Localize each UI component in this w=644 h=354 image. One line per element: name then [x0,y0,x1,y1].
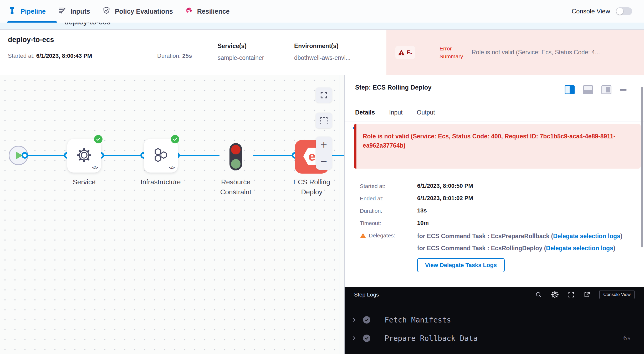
detail-value: 13s [417,207,427,214]
warning-triangle-icon [360,233,366,238]
tab-label: Policy Evaluations [115,8,173,15]
detail-label: Started at: [360,183,417,189]
zoom-in-button[interactable]: + [316,137,332,153]
delegate-selection-logs-link[interactable]: Delegate selection logs [546,245,613,252]
log-fullscreen-icon[interactable] [568,291,575,298]
step-logs-body: Fetch Manifests Prepare Rollback Data 6s [345,302,644,347]
chevron-right-icon[interactable] [351,317,357,322]
warning-triangle-icon [398,49,405,56]
environments-label: Environment(s) [294,43,351,50]
layout-floating-panel-button[interactable] [601,85,611,94]
tab-label: Inputs [70,8,90,15]
error-summary-label: Error Summary [439,45,472,60]
layout-right-panel-button[interactable] [565,85,575,94]
tab-input[interactable]: Input [389,109,402,122]
layout-bottom-panel-button[interactable] [583,85,593,94]
tab-output[interactable]: Output [417,109,435,122]
started-value: 6/1/2023, 8:00:43 PM [36,53,92,59]
detail-label: Ended at: [360,195,417,202]
tab-resilience[interactable]: Resilience [185,7,230,16]
delegate-task-text: for ECS Command Task : EcsRollingDeploy … [417,245,546,252]
canvas-marquee-select-button[interactable] [316,113,332,128]
svg-text:e: e [308,149,315,163]
step-logs-header: Step Logs [345,287,644,302]
step-logs-title: Step Logs [354,291,379,298]
canvas-fullscreen-button[interactable] [316,87,332,103]
active-tab-indicator [7,21,57,23]
panel-scrollbar-thumb[interactable] [641,87,643,247]
node-infrastructure[interactable]: </> [144,139,178,173]
started-at: Started at: 6/1/2023, 8:00:43 PM [8,53,92,59]
detail-value: 6/1/2023, 8:01:02 PM [417,195,473,202]
environments-value[interactable]: dbothwell-aws-envi... [294,54,351,61]
duration: Duration: 25s [157,53,192,59]
code-icon: </> [169,165,175,170]
log-search-icon[interactable] [535,291,542,298]
console-view-label: Console View [572,8,610,15]
log-success-check-icon [363,335,370,342]
toggle-knob [616,8,623,15]
detail-value: 10m [417,220,429,226]
topbar-right: Console View [572,7,632,15]
delegate-task-text: ) [613,245,615,252]
node-service[interactable]: </> [67,139,101,173]
services-value[interactable]: sample-container [218,54,264,61]
pipeline-icon [8,6,16,16]
pipeline-canvas[interactable]: </> </> e [0,75,344,354]
detail-label: Timeout: [360,220,417,226]
tab-details[interactable]: Details [355,109,375,122]
detail-row-duration: Duration: 13s [360,207,633,214]
tab-pipeline[interactable]: Pipeline [8,6,46,16]
step-logs-section: Step Logs [345,287,644,354]
pipeline-name: deploy-to-ecs [8,36,54,44]
run-header: deploy-to-ecs Started at: 6/1/2023, 8:00… [0,30,644,75]
open-in-new-tab-icon[interactable] [584,291,590,298]
clipped-pipeline-name: deploy-to-ecs [64,23,111,26]
success-check-badge [171,135,179,143]
marquee-select-icon [320,117,328,124]
step-logs-actions: Console View [535,290,635,299]
log-row-prepare-rollback-data[interactable]: Prepare Rollback Data 6s [345,329,644,347]
delegate-entry: for ECS Command Task : EcsPrepareRollbac… [417,232,622,240]
panel-layout-controls [565,85,627,94]
failed-status-badge: F.. [395,46,415,59]
hexagons-icon [153,147,169,164]
tab-label: Pipeline [21,8,46,15]
delegates-value: for ECS Command Task : EcsPrepareRollbac… [417,232,622,272]
delegate-selection-logs-link[interactable]: Delegate selection logs [553,233,620,240]
detail-row-timeout: Timeout: 10m [360,220,633,226]
log-settings-gear-icon[interactable] [551,291,559,299]
step-error-message: Role is not valid (Service: Ecs, Status … [354,124,641,169]
tab-inputs[interactable]: Inputs [58,6,90,16]
chevron-right-icon[interactable] [351,336,357,341]
view-delegate-tasks-logs-button[interactable]: View Delegate Tasks Logs [417,258,505,272]
delegate-entry: for ECS Command Task : EcsRollingDeploy … [417,244,622,252]
log-step-duration: 6s [623,335,631,342]
detail-row-ended: Ended at: 6/1/2023, 8:01:02 PM [360,195,633,202]
started-label: Started at: [8,53,35,59]
step-details-list: Started at: 6/1/2023, 8:00:50 PM Ended a… [360,183,633,278]
log-step-name: Fetch Manifests [385,316,451,324]
log-row-fetch-manifests[interactable]: Fetch Manifests [345,311,644,329]
detail-label: Delegates: [369,232,395,239]
minimize-panel-button[interactable] [620,89,627,91]
success-check-badge [94,135,103,143]
traffic-light-red [231,145,241,154]
inputs-icon [58,6,66,16]
code-icon: </> [92,165,98,170]
console-view-toggle[interactable] [616,7,632,15]
duration-label: Duration: [157,53,181,59]
tab-policy-evaluations[interactable]: Policy Evaluations [102,6,173,16]
delegate-task-text: ) [620,233,622,240]
detail-row-started: Started at: 6/1/2023, 8:00:50 PM [360,183,633,189]
step-details-panel: Step: ECS Rolling Deploy Details Input O… [344,75,644,354]
detail-label: Duration: [360,207,417,214]
pipeline-execution-page: Pipeline Inputs Policy Evaluations [0,0,644,354]
breadcrumb-strip: deploy-to-ecs [0,23,644,30]
node-resource-constraint[interactable] [229,143,242,170]
environments-column: Environment(s) dbothwell-aws-envi... [294,43,351,61]
delegate-task-text: for ECS Command Task : EcsPrepareRollbac… [417,233,553,240]
zoom-out-button[interactable]: − [316,153,332,170]
logs-console-view-button[interactable]: Console View [599,290,635,299]
resilience-pinwheel-icon [185,7,193,16]
